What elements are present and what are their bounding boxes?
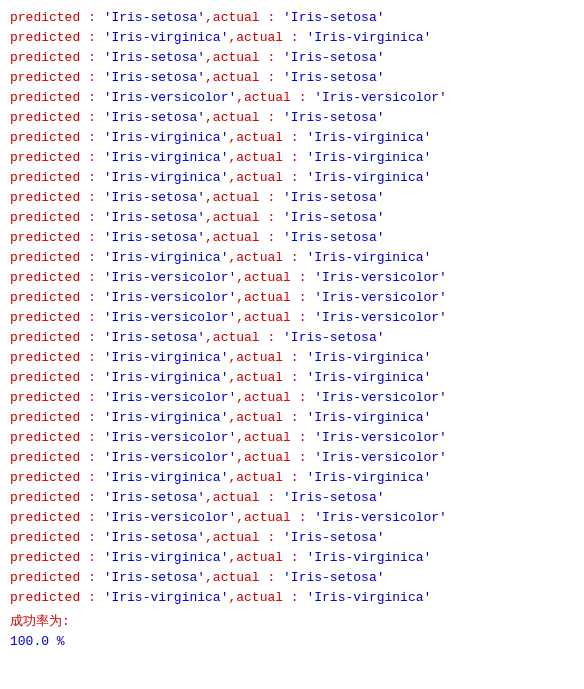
predicted-value: 'Iris-versicolor'	[104, 270, 237, 285]
list-item: predicted : 'Iris-setosa',actual : 'Iris…	[10, 228, 574, 248]
list-item: predicted : 'Iris-versicolor',actual : '…	[10, 388, 574, 408]
actual-value: 'Iris-setosa'	[283, 210, 384, 225]
predicted-value: 'Iris-setosa'	[104, 330, 205, 345]
actual-value: 'Iris-versicolor'	[314, 290, 447, 305]
list-item: predicted : 'Iris-virginica',actual : 'I…	[10, 148, 574, 168]
predicted-label: predicted	[10, 390, 80, 405]
output-container: predicted : 'Iris-setosa',actual : 'Iris…	[10, 8, 574, 652]
success-label: 成功率为:	[10, 612, 574, 632]
list-item: predicted : 'Iris-setosa',actual : 'Iris…	[10, 488, 574, 508]
predicted-label: predicted	[10, 210, 80, 225]
list-item: predicted : 'Iris-setosa',actual : 'Iris…	[10, 48, 574, 68]
predicted-label: predicted	[10, 50, 80, 65]
predicted-value: 'Iris-versicolor'	[104, 290, 237, 305]
predicted-value: 'Iris-versicolor'	[104, 510, 237, 525]
predicted-value: 'Iris-setosa'	[104, 10, 205, 25]
list-item: predicted : 'Iris-versicolor',actual : '…	[10, 268, 574, 288]
actual-value: 'Iris-setosa'	[283, 530, 384, 545]
predicted-label: predicted	[10, 350, 80, 365]
predicted-label: predicted	[10, 250, 80, 265]
list-item: predicted : 'Iris-setosa',actual : 'Iris…	[10, 568, 574, 588]
list-item: predicted : 'Iris-setosa',actual : 'Iris…	[10, 8, 574, 28]
list-item: predicted : 'Iris-versicolor',actual : '…	[10, 448, 574, 468]
actual-value: 'Iris-versicolor'	[314, 390, 447, 405]
actual-value: 'Iris-virginica'	[306, 550, 431, 565]
predicted-value: 'Iris-setosa'	[104, 490, 205, 505]
actual-value: 'Iris-versicolor'	[314, 510, 447, 525]
list-item: predicted : 'Iris-virginica',actual : 'I…	[10, 368, 574, 388]
predicted-label: predicted	[10, 190, 80, 205]
predicted-label: predicted	[10, 90, 80, 105]
list-item: predicted : 'Iris-versicolor',actual : '…	[10, 428, 574, 448]
predicted-label: predicted	[10, 130, 80, 145]
predicted-value: 'Iris-versicolor'	[104, 310, 237, 325]
predicted-label: predicted	[10, 570, 80, 585]
predicted-label: predicted	[10, 170, 80, 185]
predicted-label: predicted	[10, 290, 80, 305]
predicted-value: 'Iris-virginica'	[104, 150, 229, 165]
list-item: predicted : 'Iris-virginica',actual : 'I…	[10, 248, 574, 268]
predicted-label: predicted	[10, 150, 80, 165]
list-item: predicted : 'Iris-versicolor',actual : '…	[10, 508, 574, 528]
predicted-value: 'Iris-virginica'	[104, 170, 229, 185]
actual-value: 'Iris-setosa'	[283, 490, 384, 505]
predicted-label: predicted	[10, 10, 80, 25]
predicted-value: 'Iris-setosa'	[104, 110, 205, 125]
list-item: predicted : 'Iris-setosa',actual : 'Iris…	[10, 68, 574, 88]
predicted-value: 'Iris-setosa'	[104, 210, 205, 225]
list-item: predicted : 'Iris-versicolor',actual : '…	[10, 88, 574, 108]
actual-value: 'Iris-setosa'	[283, 230, 384, 245]
predicted-value: 'Iris-virginica'	[104, 250, 229, 265]
actual-value: 'Iris-virginica'	[306, 130, 431, 145]
predicted-value: 'Iris-virginica'	[104, 410, 229, 425]
predicted-label: predicted	[10, 490, 80, 505]
actual-value: 'Iris-versicolor'	[314, 270, 447, 285]
actual-value: 'Iris-versicolor'	[314, 430, 447, 445]
list-item: predicted : 'Iris-setosa',actual : 'Iris…	[10, 528, 574, 548]
predicted-value: 'Iris-setosa'	[104, 530, 205, 545]
predicted-value: 'Iris-virginica'	[104, 470, 229, 485]
actual-value: 'Iris-virginica'	[306, 470, 431, 485]
predicted-label: predicted	[10, 270, 80, 285]
actual-value: 'Iris-versicolor'	[314, 450, 447, 465]
success-value: 100.0 %	[10, 632, 574, 652]
predicted-label: predicted	[10, 410, 80, 425]
list-item: predicted : 'Iris-setosa',actual : 'Iris…	[10, 188, 574, 208]
predicted-value: 'Iris-versicolor'	[104, 450, 237, 465]
predicted-value: 'Iris-virginica'	[104, 370, 229, 385]
list-item: predicted : 'Iris-setosa',actual : 'Iris…	[10, 108, 574, 128]
predicted-value: 'Iris-virginica'	[104, 550, 229, 565]
list-item: predicted : 'Iris-versicolor',actual : '…	[10, 308, 574, 328]
predicted-label: predicted	[10, 230, 80, 245]
predicted-label: predicted	[10, 430, 80, 445]
list-item: predicted : 'Iris-virginica',actual : 'I…	[10, 28, 574, 48]
actual-value: 'Iris-versicolor'	[314, 90, 447, 105]
predicted-value: 'Iris-virginica'	[104, 590, 229, 605]
actual-value: 'Iris-virginica'	[306, 250, 431, 265]
actual-value: 'Iris-virginica'	[306, 30, 431, 45]
actual-value: 'Iris-setosa'	[283, 70, 384, 85]
predicted-value: 'Iris-setosa'	[104, 70, 205, 85]
actual-value: 'Iris-setosa'	[283, 50, 384, 65]
predicted-value: 'Iris-versicolor'	[104, 90, 237, 105]
predicted-value: 'Iris-virginica'	[104, 350, 229, 365]
actual-value: 'Iris-setosa'	[283, 110, 384, 125]
predicted-value: 'Iris-setosa'	[104, 50, 205, 65]
predicted-label: predicted	[10, 310, 80, 325]
list-item: predicted : 'Iris-virginica',actual : 'I…	[10, 348, 574, 368]
predicted-label: predicted	[10, 30, 80, 45]
actual-value: 'Iris-virginica'	[306, 590, 431, 605]
actual-value: 'Iris-virginica'	[306, 410, 431, 425]
predicted-value: 'Iris-setosa'	[104, 570, 205, 585]
predicted-value: 'Iris-setosa'	[104, 190, 205, 205]
predicted-value: 'Iris-setosa'	[104, 230, 205, 245]
list-item: predicted : 'Iris-virginica',actual : 'I…	[10, 168, 574, 188]
predicted-label: predicted	[10, 590, 80, 605]
actual-value: 'Iris-versicolor'	[314, 310, 447, 325]
predicted-value: 'Iris-virginica'	[104, 30, 229, 45]
predicted-value: 'Iris-versicolor'	[104, 390, 237, 405]
list-item: predicted : 'Iris-virginica',actual : 'I…	[10, 548, 574, 568]
predicted-label: predicted	[10, 330, 80, 345]
actual-value: 'Iris-virginica'	[306, 350, 431, 365]
list-item: predicted : 'Iris-setosa',actual : 'Iris…	[10, 208, 574, 228]
